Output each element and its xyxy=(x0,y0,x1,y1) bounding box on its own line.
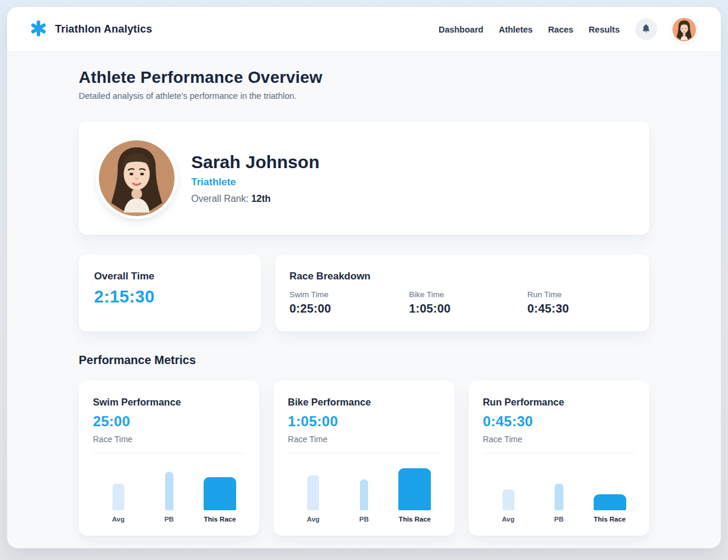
race-breakdown-grid: Swim Time 0:25:00 Bike Time 1:05:00 Run … xyxy=(289,290,634,316)
nav-item-dashboard[interactable]: Dashboard xyxy=(439,25,484,34)
bike-performance-value: 1:05:00 xyxy=(288,413,440,430)
brand-title: Triathlon Analytics xyxy=(55,23,152,36)
nav-item-athletes[interactable]: Athletes xyxy=(499,25,533,34)
race-breakdown-title: Race Breakdown xyxy=(289,271,634,282)
run-performance-value: 0:45:30 xyxy=(483,413,635,430)
summary-row: Overall Time 2:15:30 Race Breakdown Swim… xyxy=(79,255,649,332)
swim-label-this-race: This Race xyxy=(195,516,246,523)
nav-item-races[interactable]: Races xyxy=(548,25,574,34)
overall-time-label: Overall Time xyxy=(94,271,246,282)
primary-nav: Dashboard Athletes Races Results xyxy=(439,25,620,34)
athlete-avatar xyxy=(99,140,175,216)
run-label-this-race: This Race xyxy=(584,516,635,523)
swim-performance-title: Swim Performance xyxy=(93,397,245,408)
swim-label-avg: Avg xyxy=(93,516,144,523)
athlete-profile-card: Sarah Johnson Triathlete Overall Rank: 1… xyxy=(79,121,649,235)
swim-race-time-caption: Race Time xyxy=(93,435,245,444)
run-label-avg: Avg xyxy=(483,516,534,523)
run-this-race-bar xyxy=(594,494,626,510)
page-subtitle: Detailed analysis of athlete’s performan… xyxy=(79,91,649,101)
breakdown-item-run: Run Time 0:45:30 xyxy=(527,290,634,316)
divider xyxy=(93,453,245,453)
run-performance-card: Run Performance 0:45:30 Race Time Avg PB xyxy=(469,381,649,536)
bike-time-label: Bike Time xyxy=(409,290,527,299)
run-chart-labels: Avg PB This Race xyxy=(483,516,635,523)
swim-performance-value: 25:00 xyxy=(93,413,245,430)
race-breakdown-card: Race Breakdown Swim Time 0:25:00 Bike Ti… xyxy=(275,255,649,332)
athlete-info: Sarah Johnson Triathlete Overall Rank: 1… xyxy=(191,152,320,204)
run-time-value: 0:45:30 xyxy=(527,302,634,316)
swim-performance-card: Swim Performance 25:00 Race Time Avg PB xyxy=(79,381,259,536)
bell-icon xyxy=(641,23,651,36)
swim-time-value: 0:25:00 xyxy=(289,302,409,316)
divider xyxy=(483,453,635,453)
nav-item-results[interactable]: Results xyxy=(589,25,620,34)
brand-home-link[interactable]: Triathlon Analytics xyxy=(30,20,152,40)
run-pb-bar xyxy=(555,484,563,510)
desktop-background: Triathlon Analytics Dashboard Athletes R… xyxy=(0,0,728,560)
main-area: Athlete Performance Overview Detailed an… xyxy=(7,52,721,548)
breakdown-item-swim: Swim Time 0:25:00 xyxy=(289,290,409,316)
bike-label-avg: Avg xyxy=(288,516,339,523)
bike-avg-bar xyxy=(307,475,319,510)
bike-time-value: 1:05:00 xyxy=(409,302,527,316)
run-bar-chart xyxy=(483,459,635,510)
athlete-rank: Overall Rank: 12th xyxy=(191,194,320,204)
swim-time-label: Swim Time xyxy=(289,290,409,299)
breakdown-item-bike: Bike Time 1:05:00 xyxy=(409,290,527,316)
overall-time-card: Overall Time 2:15:30 xyxy=(79,255,261,332)
bike-this-race-bar xyxy=(398,468,431,510)
top-navigation-bar: Triathlon Analytics Dashboard Athletes R… xyxy=(7,7,721,52)
run-avg-bar xyxy=(502,490,514,510)
swim-pb-bar xyxy=(165,472,173,510)
performance-metrics-heading: Performance Metrics xyxy=(79,353,649,367)
divider xyxy=(288,453,440,453)
bike-chart-labels: Avg PB This Race xyxy=(288,516,440,523)
app-window: Triathlon Analytics Dashboard Athletes R… xyxy=(7,7,721,548)
swim-label-pb: PB xyxy=(144,516,195,523)
bike-bar-chart xyxy=(288,459,440,510)
bike-race-time-caption: Race Time xyxy=(288,435,440,444)
athlete-name: Sarah Johnson xyxy=(191,152,320,172)
bike-performance-card: Bike Performance 1:05:00 Race Time Avg P… xyxy=(273,381,454,536)
rank-label: Overall Rank: xyxy=(191,194,251,204)
bike-label-pb: PB xyxy=(339,516,389,523)
metrics-row: Swim Performance 25:00 Race Time Avg PB xyxy=(79,381,649,536)
page-title: Athlete Performance Overview xyxy=(79,68,649,87)
swim-bar-chart xyxy=(93,459,245,510)
topbar-right-group: Dashboard Athletes Races Results xyxy=(439,18,696,41)
overall-time-value: 2:15:30 xyxy=(94,287,246,307)
athlete-role: Triathlete xyxy=(191,176,320,188)
run-race-time-caption: Race Time xyxy=(483,435,635,444)
swim-this-race-bar xyxy=(204,477,236,510)
notifications-button[interactable] xyxy=(635,18,657,40)
run-time-label: Run Time xyxy=(527,290,634,299)
run-label-pb: PB xyxy=(533,516,584,523)
user-avatar[interactable] xyxy=(672,18,696,41)
rank-value: 12th xyxy=(251,194,270,204)
swim-chart-labels: Avg PB This Race xyxy=(93,516,245,523)
bike-pb-bar xyxy=(360,479,368,510)
bike-performance-title: Bike Performance xyxy=(288,397,440,408)
swim-avg-bar xyxy=(112,484,124,510)
bike-label-this-race: This Race xyxy=(389,516,440,523)
run-performance-title: Run Performance xyxy=(483,397,635,408)
asterisk-logo-icon xyxy=(30,20,47,40)
